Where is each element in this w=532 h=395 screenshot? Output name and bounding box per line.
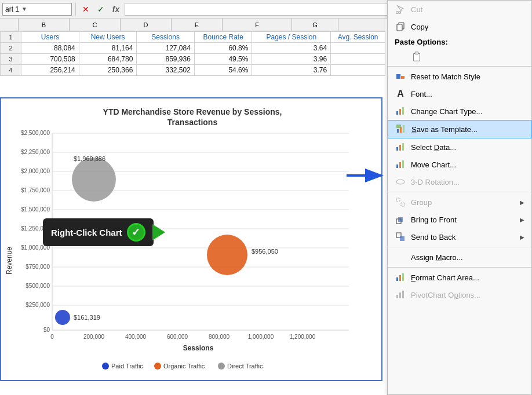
svg-rect-57	[398, 217, 403, 222]
menu-item-send-to-back[interactable]: Send to Back ▶	[388, 228, 531, 246]
name-box[interactable]: art 1 ▼	[2, 3, 72, 16]
menu-item-font[interactable]: A Font...	[388, 85, 531, 103]
menu-item-reset-style[interactable]: Reset to Match Style	[388, 68, 531, 85]
svg-rect-42	[399, 109, 401, 115]
menu-item-save-template[interactable]: Save as Template...	[388, 120, 531, 138]
table-row: 2 88,084 81,164 127,084 60.8% 3.64	[1, 43, 385, 54]
svg-text:$1,750,000: $1,750,000	[21, 187, 50, 193]
header-users: Users	[21, 32, 79, 43]
legend-paid-label: Paid Traffic	[111, 363, 143, 370]
legend-paid-icon	[102, 363, 109, 370]
menu-item-format-chart[interactable]: Format Chart Area...	[388, 269, 531, 286]
svg-rect-48	[396, 147, 398, 151]
svg-rect-52	[399, 162, 401, 168]
menu-item-group[interactable]: Group ▶	[388, 193, 531, 211]
right-click-tooltip: Right-Click Chart ✓	[43, 218, 154, 246]
svg-rect-66	[402, 291, 404, 298]
fx-btn[interactable]: fx	[110, 3, 122, 16]
pivot-icon	[395, 289, 406, 301]
menu-item-3d-rotation[interactable]: 3-D Rotation...	[388, 173, 531, 191]
save-template-icon	[395, 123, 407, 135]
svg-text:$250,000: $250,000	[25, 302, 50, 308]
col-header-C[interactable]: C	[70, 19, 121, 31]
font-icon: A	[395, 88, 406, 100]
menu-item-copy[interactable]: Copy	[388, 18, 531, 35]
cancel-btn[interactable]: ✕	[79, 3, 92, 16]
menu-item-bring-to-front[interactable]: Bring to Front ▶	[388, 211, 531, 228]
table-row: 4 256,214 250,366 332,502 54.6% 3.76	[1, 65, 385, 76]
context-menu: Cut Copy Paste Options: Reset to Match S…	[387, 0, 532, 395]
table-header-row: 1 Users New Users Sessions Bounce Rate P…	[1, 32, 385, 43]
svg-rect-51	[396, 164, 398, 168]
svg-text:1,000,000: 1,000,000	[248, 334, 274, 340]
menu-item-move-chart[interactable]: Move Chart...	[388, 156, 531, 173]
svg-rect-43	[402, 107, 404, 115]
bring-front-label: Bring to Front	[411, 215, 515, 224]
svg-text:800,000: 800,000	[209, 334, 230, 340]
header-sessions: Sessions	[137, 32, 195, 43]
svg-rect-61	[396, 277, 398, 281]
font-label: Font...	[411, 90, 524, 98]
confirm-btn[interactable]: ✓	[94, 3, 107, 16]
bubble-organic	[207, 235, 247, 275]
svg-point-54	[396, 180, 405, 184]
col-header-B[interactable]: B	[19, 19, 70, 31]
scissors-icon	[395, 3, 406, 15]
reset-style-icon	[395, 71, 406, 82]
svg-rect-38	[415, 52, 418, 54]
check-circle-icon: ✓	[127, 223, 145, 242]
menu-item-pivotchart[interactable]: PivotChart Options...	[388, 286, 531, 303]
svg-rect-50	[402, 143, 404, 151]
change-chart-type-label: Change Chart Type...	[411, 107, 524, 116]
group-icon	[395, 196, 406, 208]
y-axis-label: Revenue	[5, 247, 13, 275]
menu-item-select-data[interactable]: Select Data...	[388, 138, 531, 156]
col-header-G[interactable]: G	[292, 19, 338, 31]
svg-text:200,000: 200,000	[83, 334, 105, 340]
move-chart-label: Move Chart...	[411, 160, 524, 169]
legend-organic-icon	[154, 363, 161, 370]
bubble-direct-label: $1,960,386	[74, 155, 105, 162]
format-chart-label: Format Chart Area...	[411, 273, 524, 282]
svg-rect-55	[396, 198, 400, 202]
svg-text:600,000: 600,000	[167, 334, 188, 340]
svg-rect-49	[399, 145, 401, 151]
menu-item-change-chart-type[interactable]: Change Chart Type...	[388, 103, 531, 120]
svg-rect-64	[396, 295, 398, 298]
macro-icon	[395, 251, 406, 263]
menu-item-cut[interactable]: Cut	[388, 1, 531, 18]
menu-item-assign-macro[interactable]: Assign Macro...	[388, 248, 531, 266]
col-header-F[interactable]: F	[223, 19, 292, 31]
svg-rect-41	[396, 111, 398, 115]
svg-rect-65	[399, 292, 401, 298]
header-new-users: New Users	[79, 32, 137, 43]
legend-organic-label: Organic Traffic	[163, 363, 205, 370]
svg-text:$500,000: $500,000	[25, 283, 50, 289]
select-data-label: Select Data...	[411, 143, 524, 152]
send-back-submenu-arrow: ▶	[520, 234, 524, 240]
svg-rect-62	[399, 275, 401, 281]
tooltip-text: Right-Click Chart	[51, 228, 122, 237]
paste-options-header: Paste Options:	[388, 35, 531, 47]
bring-front-submenu-arrow: ▶	[520, 217, 524, 223]
svg-text:1,200,000: 1,200,000	[290, 334, 316, 340]
svg-rect-40	[401, 76, 405, 79]
svg-text:$0: $0	[43, 327, 50, 333]
legend-direct-icon	[218, 363, 225, 370]
svg-text:$2,250,000: $2,250,000	[21, 149, 50, 155]
col-header-D[interactable]: D	[121, 19, 172, 31]
table-row: 3 700,508 684,780 859,936 49.5% 3.96	[1, 54, 385, 65]
menu-item-paste[interactable]	[388, 47, 531, 65]
svg-text:$2,500,000: $2,500,000	[21, 130, 50, 136]
row-num-header	[0, 19, 19, 31]
move-chart-icon	[395, 159, 406, 170]
bring-front-icon	[395, 214, 406, 225]
send-back-icon	[395, 231, 406, 243]
paste-icon	[411, 50, 422, 62]
separator-1	[388, 66, 531, 67]
svg-text:$750,000: $750,000	[25, 264, 50, 270]
chart-area[interactable]: YTD Merchandise Store Revenue by Session…	[0, 97, 382, 381]
svg-text:Sessions: Sessions	[183, 344, 214, 352]
format-chart-icon	[395, 272, 406, 283]
col-header-E[interactable]: E	[172, 19, 223, 31]
